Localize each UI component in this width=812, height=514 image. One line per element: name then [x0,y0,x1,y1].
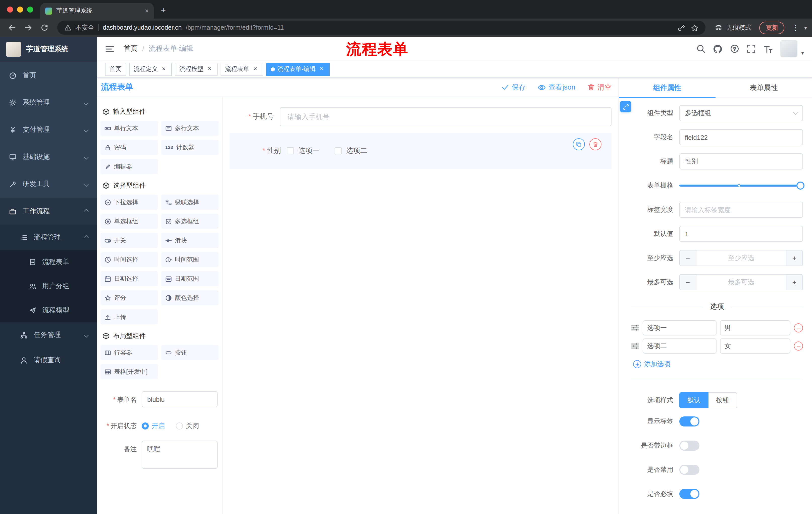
phone-field-input[interactable] [280,107,611,126]
view-json-button[interactable]: 查看json [538,83,575,92]
new-tab-button[interactable]: + [161,5,166,16]
drag-handle-icon[interactable] [631,324,639,332]
field-name-input[interactable] [679,129,803,145]
tag-process-form-edit[interactable]: 流程表单-编辑 × [266,63,330,76]
checkbox-option-2[interactable]: 选项二 [335,146,367,155]
palette-item-time-picker[interactable]: 时间选择 [100,252,158,267]
slider-track[interactable] [679,185,803,187]
palette-item-rate[interactable]: 评分 [100,290,158,305]
palette-item-password[interactable]: 密码 [100,140,158,155]
sidebar-logo[interactable]: 芋道管理系统 [0,37,97,62]
github-icon[interactable] [713,44,723,54]
palette-item-select[interactable]: 下拉选择 [100,195,158,210]
sidebar-item-process-form[interactable]: 流程表单 [0,250,97,274]
breadcrumb-home[interactable]: 首页 [124,44,138,53]
disabled-switch[interactable] [679,465,699,475]
tag-close-icon[interactable]: × [206,65,213,73]
tag-process-model[interactable]: 流程模型 × [175,63,218,76]
sidebar-item-system[interactable]: 系统管理 [0,89,97,116]
radio-status-on[interactable]: 开启 [142,422,165,431]
clear-button[interactable]: 清空 [587,83,611,92]
decrease-button[interactable]: − [680,250,696,266]
tag-close-icon[interactable]: × [318,65,325,73]
remove-option-button[interactable] [794,323,803,332]
sidebar-item-infra[interactable]: 基础设施 [0,143,97,170]
duplicate-component-button[interactable] [573,138,585,151]
palette-item-row-container[interactable]: 行容器 [100,345,158,360]
option-label-input[interactable] [643,339,716,354]
component-type-select[interactable]: 多选框组 [679,105,803,121]
default-value-input[interactable] [679,226,803,242]
field-link-badge[interactable] [620,101,631,112]
save-button[interactable]: 保存 [502,83,526,92]
palette-item-single-line-text[interactable]: 单行文本 [100,121,158,136]
window-zoom-button[interactable] [27,6,33,12]
option-value-input[interactable] [720,320,790,335]
sidebar-item-devtools[interactable]: 研发工具 [0,170,97,198]
window-close-button[interactable] [7,6,13,12]
palette-item-table[interactable]: 表格[开发中] [100,364,158,379]
decrease-button[interactable]: − [680,275,696,290]
user-avatar[interactable] [781,40,798,57]
border-switch[interactable] [679,440,699,451]
palette-item-counter[interactable]: 123计数器 [161,140,219,155]
palette-item-slider[interactable]: 滑块 [161,233,219,248]
tab-form-props[interactable]: 表单属性 [716,78,812,98]
title-input[interactable] [679,154,803,169]
tag-close-icon[interactable]: × [252,65,259,73]
palette-item-button[interactable]: 按钮 [161,345,219,360]
palette-item-switch[interactable]: 开关 [100,233,158,248]
sidebar-item-process-mgmt[interactable]: 流程管理 [0,225,97,250]
reload-button[interactable] [37,21,51,35]
browser-tab[interactable]: 芋道管理系统 × [40,3,154,19]
style-button-button[interactable]: 按钮 [708,392,737,408]
tag-process-form[interactable]: 流程表单 × [221,63,263,76]
window-chevron-icon[interactable]: ▾ [804,24,807,31]
add-option-button[interactable]: 添加选项 [633,360,803,369]
label-width-input[interactable] [679,202,803,218]
canvas-field-gender-selected[interactable]: 性别 选项一 选项二 [230,133,611,169]
sidebar-toggle-button[interactable] [105,44,115,54]
sidebar-item-home[interactable]: 首页 [0,62,97,89]
sidebar-item-payment[interactable]: 支付管理 [0,116,97,143]
tag-close-icon[interactable]: × [160,65,167,73]
option-value-input[interactable] [720,339,790,354]
required-switch[interactable] [679,489,699,499]
min-select-placeholder[interactable]: 至少应选 [696,250,786,266]
address-bar[interactable]: 不安全 dashboard.yudao.iocoder.cn /bpm/mana… [57,21,706,35]
palette-item-editor[interactable]: 编辑器 [100,159,158,174]
delete-component-button[interactable] [589,138,602,151]
form-canvas[interactable]: 手机号 性别 选项一 选项二 [223,97,618,514]
window-minimize-button[interactable] [17,6,23,12]
drag-handle-icon[interactable] [631,342,639,350]
remove-option-button[interactable] [794,342,803,351]
option-label-input[interactable] [643,320,716,335]
password-key-icon[interactable] [677,24,685,31]
search-icon[interactable] [697,44,706,53]
sidebar-item-user-group[interactable]: 用户分组 [0,274,97,298]
grid-slider[interactable] [679,178,803,194]
form-name-input[interactable] [142,391,218,407]
palette-item-color-picker[interactable]: 颜色选择 [161,290,219,305]
tag-process-definition[interactable]: 流程定义 × [129,63,172,76]
canvas-field-phone[interactable]: 手机号 [230,107,611,126]
update-button[interactable]: 更新 [759,21,785,34]
sidebar-item-workflow[interactable]: 工作流程 [0,198,97,225]
fullscreen-icon[interactable] [747,44,756,53]
increase-button[interactable]: + [786,250,803,266]
avatar-caret-icon[interactable]: ▾ [801,50,804,56]
palette-item-radio-group[interactable]: 单选框组 [100,214,158,229]
palette-item-textarea[interactable]: 多行文本 [161,121,219,136]
palette-item-cascader[interactable]: 级联选择 [161,195,219,210]
palette-item-date-picker[interactable]: 日期选择 [100,271,158,286]
radio-status-off[interactable]: 关闭 [176,422,199,431]
tag-home[interactable]: 首页 [105,63,126,76]
form-remark-textarea[interactable]: 嘿嘿 [142,440,218,469]
show-label-switch[interactable] [679,416,699,427]
sidebar-item-task-mgmt[interactable]: 任务管理 [0,322,97,348]
palette-item-time-range[interactable]: 时间范围 [161,252,219,267]
checkbox-option-1[interactable]: 选项一 [287,146,320,155]
sidebar-item-process-model[interactable]: 流程模型 [0,298,97,322]
browser-menu-button[interactable]: ⋮ [792,23,799,32]
sidebar-item-leave-query[interactable]: 请假查询 [0,348,97,373]
